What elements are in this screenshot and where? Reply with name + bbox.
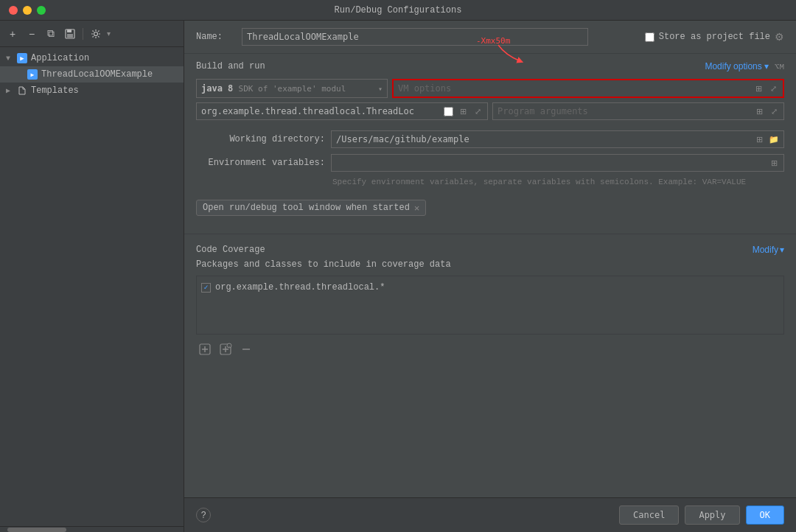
minimize-button[interactable] [23, 6, 32, 15]
sidebar: + − ⧉ ▾ ▼ [0, 21, 184, 532]
working-dir-expand-icon[interactable]: ⊞ [753, 133, 766, 146]
env-vars-row: Environment variables: ⊞ [196, 154, 784, 172]
toolbar-separator [83, 28, 83, 40]
sdk-dropdown[interactable]: java 8 SDK of 'example' modul ▾ [196, 79, 388, 98]
main-layout: + − ⧉ ▾ ▼ [0, 21, 796, 532]
window-controls[interactable] [9, 6, 46, 15]
main-class-fullscreen-icon[interactable]: ⤢ [471, 105, 484, 118]
name-label: Name: [196, 32, 233, 42]
close-button[interactable] [9, 6, 18, 15]
maximize-button[interactable] [37, 6, 46, 15]
main-class-field: ⊞ ⤢ [196, 102, 488, 120]
coverage-modify-label: Modify [753, 245, 778, 255]
coverage-title: Code Coverage [196, 245, 265, 255]
add-pattern-button[interactable]: + [217, 340, 234, 358]
prog-args-expand-icon[interactable]: ⊞ [753, 105, 766, 118]
expand-arrow: ▼ [6, 55, 16, 63]
env-vars-expand-icon[interactable]: ⊞ [767, 156, 781, 169]
program-args-icons: ⊞ ⤢ [753, 105, 783, 118]
shortcut-badge: ⌥M [775, 62, 784, 71]
coverage-item-text: org.example.thread.threadlocal.* [215, 282, 385, 293]
sdk-label: java 8 SDK of 'example' modul [201, 83, 346, 94]
svg-text:+: + [228, 344, 231, 349]
env-vars-input[interactable] [332, 155, 767, 171]
more-button[interactable]: ▾ [107, 29, 111, 38]
main-class-icons: ⊞ ⤢ [456, 105, 487, 118]
add-package-button[interactable] [196, 340, 214, 358]
content-area: Name: Store as project file ⚙ Build and … [184, 21, 796, 532]
coverage-item-check[interactable]: ✓ [201, 283, 211, 293]
coverage-section: Code Coverage Modify ▾ Packages and clas… [184, 239, 796, 364]
copy-config-button[interactable]: ⧉ [43, 26, 59, 42]
config-icon: ▶ [27, 69, 38, 80]
env-vars-label: Environment variables: [196, 158, 325, 168]
add-config-button[interactable]: + [4, 26, 21, 42]
coverage-chevron-icon: ▾ [780, 245, 784, 255]
bottom-bar: ? Cancel Apply OK [184, 497, 796, 532]
modify-options-button[interactable]: Modify options ▾ [705, 61, 768, 71]
vm-options-field: ⊞ ⤢ [392, 79, 784, 98]
modify-options-area: Modify options ▾ ⌥M [705, 61, 784, 71]
title-bar: Run/Debug Configurations [0, 0, 796, 21]
sidebar-content: ▼ ▶ Application ▶ ThreadLocalOOMExample … [0, 47, 184, 526]
env-vars-field: ⊞ [331, 154, 784, 172]
application-label: Application [31, 53, 89, 63]
build-run-title: Build and run [196, 61, 265, 71]
coverage-list-item: ✓ org.example.thread.threadlocal.* [201, 281, 779, 294]
chip-close-button[interactable]: × [414, 203, 420, 213]
cancel-button[interactable]: Cancel [619, 505, 679, 525]
store-checkbox[interactable] [645, 32, 654, 42]
program-args-input[interactable] [493, 103, 753, 119]
scrollbar-thumb[interactable] [7, 528, 66, 532]
ok-button[interactable]: OK [746, 505, 784, 525]
sidebar-scrollbar[interactable] [0, 526, 184, 532]
working-dir-browse-icon[interactable]: 📁 [767, 133, 781, 146]
store-label: Store as project file [659, 32, 770, 42]
vm-fullscreen-icon[interactable]: ⤢ [767, 82, 780, 95]
remove-config-button[interactable]: − [24, 26, 40, 42]
env-hint: Specify environment variables, separate … [332, 178, 784, 186]
main-class-row: ⊞ ⤢ ⊞ ⤢ [196, 102, 784, 120]
open-window-chip: Open run/debug tool window when started … [196, 200, 426, 216]
application-icon: ▶ [16, 52, 28, 64]
window-title: Run/Debug Configurations [335, 5, 462, 15]
coverage-toolbar: + [196, 340, 784, 358]
working-directory-row: Working directory: ⊞ 📁 [196, 130, 784, 148]
chip-label: Open run/debug tool window when started [203, 203, 410, 213]
main-class-checkbox[interactable] [444, 107, 453, 116]
chevron-down-icon: ▾ [764, 61, 769, 71]
save-config-button[interactable] [62, 26, 78, 42]
modify-options-label: Modify options [705, 61, 761, 71]
store-settings-button[interactable]: ⚙ [775, 31, 784, 43]
apply-button[interactable]: Apply [685, 505, 739, 525]
settings-button[interactable] [88, 26, 104, 42]
sidebar-item-config[interactable]: ▶ ThreadLocalOOMExample [0, 66, 184, 83]
working-dir-field: ⊞ 📁 [331, 130, 784, 148]
sidebar-item-templates[interactable]: ▶ Templates [0, 83, 184, 99]
prog-args-fullscreen-icon[interactable]: ⤢ [767, 105, 781, 118]
coverage-modify-button[interactable]: Modify ▾ [753, 245, 784, 255]
sidebar-item-application[interactable]: ▼ ▶ Application [0, 50, 184, 66]
main-class-input[interactable] [197, 103, 444, 119]
sidebar-toolbar: + − ⧉ ▾ [0, 21, 184, 47]
templates-icon [16, 85, 28, 97]
working-dir-input[interactable] [332, 131, 753, 147]
store-checkbox-area: Store as project file ⚙ [645, 31, 784, 43]
vm-options-input[interactable] [394, 80, 752, 97]
templates-arrow: ▶ [6, 86, 16, 95]
vm-expand-icon[interactable]: ⊞ [752, 82, 765, 95]
help-button[interactable]: ? [196, 508, 211, 522]
remove-coverage-item-button[interactable] [237, 340, 255, 358]
templates-label: Templates [31, 85, 79, 96]
main-class-expand-icon[interactable]: ⊞ [456, 105, 469, 118]
section-header: Build and run -Xmx50m Modify options ▾ [196, 61, 784, 71]
sdk-dropdown-arrow: ▾ [378, 85, 383, 93]
svg-point-3 [94, 32, 98, 35]
name-input[interactable] [242, 28, 588, 46]
build-run-section: Build and run -Xmx50m Modify options ▾ [184, 54, 796, 229]
sdk-row: java 8 SDK of 'example' modul ▾ ⊞ ⤢ [196, 79, 784, 98]
program-args-field: ⊞ ⤢ [492, 102, 784, 120]
vm-options-icons: ⊞ ⤢ [752, 82, 783, 95]
coverage-header: Code Coverage Modify ▾ [196, 245, 784, 255]
section-divider [184, 234, 796, 234]
